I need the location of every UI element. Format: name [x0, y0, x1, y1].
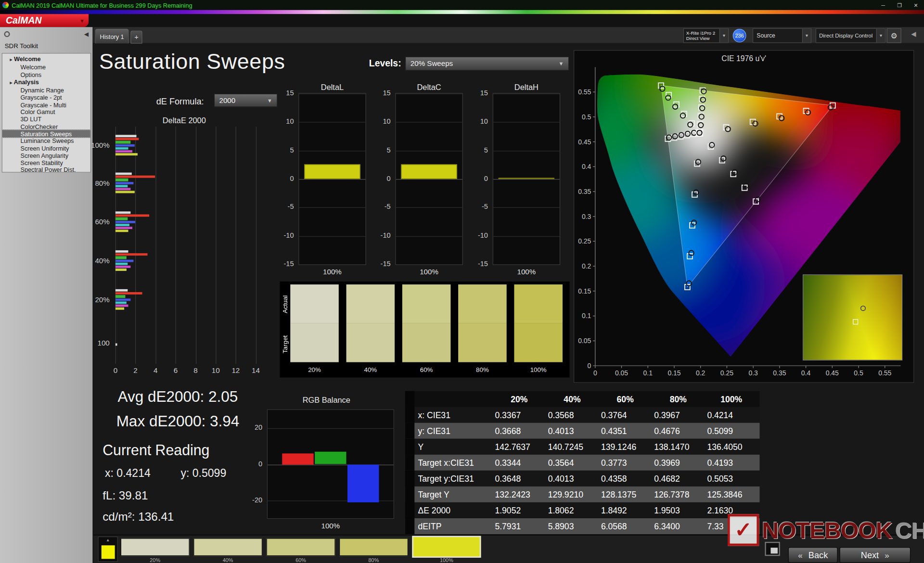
add-tab-button[interactable]: +: [130, 31, 142, 44]
minimize-button[interactable]: ─: [875, 0, 891, 10]
sidebar-section: ▸ Welcome: [2, 55, 90, 64]
sidebar-item-color-gamut[interactable]: Color Gamut: [2, 108, 90, 115]
y-tick-label: 0.2: [582, 262, 591, 270]
green-balance-bar: [315, 452, 346, 464]
y-tick-label: 0.55: [578, 88, 591, 96]
table-cell: 0.3648: [493, 471, 546, 486]
sidebar-item-colorchecker[interactable]: ColorChecker: [2, 123, 90, 130]
gridline: [299, 207, 365, 208]
sidebar-item-luminance-sweeps[interactable]: Luminance Sweeps: [2, 137, 90, 144]
axis-tick-label: 12: [231, 366, 241, 374]
saturation-swatch-buttons: 20%40%60%80%100%: [121, 535, 485, 563]
strip-swatch-40pct[interactable]: 40%: [193, 535, 262, 563]
display-control-dropdown[interactable]: Direct Display Control ▼: [816, 28, 886, 43]
x-tick-label: 0: [593, 369, 597, 377]
sidebar-item-spectral-power-dist[interactable]: Spectral Power Dist.: [2, 166, 90, 173]
de-formula-dropdown[interactable]: 2000 ▼: [214, 94, 278, 107]
axis-tick-label: 60%: [95, 218, 109, 226]
gridline: [176, 127, 176, 364]
gridline: [116, 127, 116, 364]
axis-tick-label: 2: [130, 366, 141, 374]
back-button[interactable]: « Back: [788, 547, 838, 563]
swatch-color: [267, 538, 335, 556]
maximize-button[interactable]: ❐: [891, 0, 908, 10]
patch-columns: 20%40%60%80%100%: [290, 284, 563, 373]
sidebar-item-options[interactable]: Options: [2, 71, 90, 78]
window-title: CalMAN 2019 CalMAN Ultimate for Business…: [12, 1, 192, 9]
calman-logo-menu[interactable]: CalMAN ▾: [0, 14, 89, 27]
collapse-sidebar-icon[interactable]: ◀: [84, 31, 89, 37]
source-dropdown[interactable]: Source ▼: [753, 28, 811, 43]
sidebar-item-welcome[interactable]: Welcome: [2, 64, 90, 71]
record-icon[interactable]: [4, 31, 10, 37]
strip-swatch-80pct[interactable]: 80%: [339, 535, 408, 563]
y-tick-label: 0.3: [582, 213, 591, 220]
expand-icon[interactable]: ▸: [10, 57, 13, 63]
axis-tick-label: 20: [255, 423, 262, 432]
table-cell: 0.4358: [599, 471, 652, 486]
sidebar-item-screen-stability[interactable]: Screen Stability: [2, 159, 90, 166]
table-cell: 140.7245: [546, 439, 599, 455]
table-cell: 0.4214: [705, 407, 758, 423]
table-cell: 136.4050: [705, 439, 758, 455]
notebookcheck-watermark: ✓ NOTEBOOK CHECK: [728, 511, 924, 549]
table-cell: 0.3969: [652, 455, 705, 471]
sidebar-item-3d-lut[interactable]: 3D LUT: [2, 115, 90, 123]
table-cell: 126.7378: [652, 486, 705, 502]
red-balance-bar: [282, 453, 313, 464]
target-swatch: [346, 323, 395, 362]
close-button[interactable]: ✕: [908, 0, 924, 10]
sidebar-item-dynamic-range[interactable]: Dynamic Range: [2, 87, 90, 94]
gridline: [493, 151, 560, 151]
deltaH-bar: [499, 178, 554, 179]
bar-red: [116, 215, 150, 217]
current-fl-value: fL: 39.81: [103, 489, 148, 502]
table-row: dEITP5.79315.89036.05686.34007.33: [405, 518, 760, 534]
axis-tick-label: 100%: [91, 141, 110, 150]
axis-tick-label: 20%: [95, 295, 109, 304]
x-tick-label: 0.1: [643, 369, 653, 377]
sidebar-item-saturation-sweeps[interactable]: Saturation Sweeps: [2, 130, 90, 137]
table-cell: 1.9503: [652, 502, 705, 518]
settings-button[interactable]: ⚙: [886, 28, 901, 43]
gridline: [493, 207, 560, 208]
sidebar-item-grayscale-2pt[interactable]: Grayscale - 2pt: [2, 94, 90, 101]
column-header: 80%: [652, 391, 705, 407]
meter-dropdown[interactable]: X-Rite i1Pro 2 Direct View ▼: [683, 28, 729, 43]
expand-icon[interactable]: ▸: [10, 80, 13, 85]
strip-swatch-60pct[interactable]: 60%: [267, 535, 335, 563]
avg-de2000-reading: Avg dE2000: 2.05: [96, 387, 259, 406]
strip-swatch-20pct[interactable]: 20%: [121, 535, 190, 563]
table-cell: 0.3773: [599, 455, 652, 471]
x-tick-label: 0.4: [801, 369, 811, 377]
axis-tick-label: -10: [478, 231, 488, 240]
collapse-right-panel-icon[interactable]: ◀: [911, 30, 916, 38]
current-x-value: x: 0.4214: [105, 467, 151, 480]
current-patch-preview[interactable]: ▲: [98, 537, 118, 562]
gridline: [493, 122, 560, 123]
bar-yellow: [116, 269, 127, 271]
column-header: 60%: [599, 391, 652, 407]
meter-line1: X-Rite i1Pro 2: [686, 30, 715, 36]
strip-swatch-100pct[interactable]: 100%: [412, 535, 481, 563]
table-cell: 138.1470: [652, 439, 705, 455]
sidebar-item-screen-uniformity[interactable]: Screen Uniformity: [2, 145, 90, 152]
bar-magenta: [116, 266, 130, 268]
tab-history-1[interactable]: History 1: [95, 29, 128, 44]
swatch-color: [412, 536, 481, 558]
bar-blue: [116, 144, 135, 146]
bar-red: [116, 253, 148, 256]
levels-dropdown[interactable]: 20% Sweeps ▼: [405, 56, 569, 70]
expand-up-icon[interactable]: ▲: [99, 537, 117, 542]
gridline: [136, 127, 136, 364]
deltaC-bar: [401, 164, 457, 179]
sidebar-item-screen-angularity[interactable]: Screen Angularity: [2, 152, 90, 159]
gridline: [396, 151, 462, 151]
patch-count-badge[interactable]: 236: [733, 29, 746, 42]
x-tick-label: 0.15: [667, 369, 680, 377]
sidebar-section: ▸ Analysis: [2, 78, 90, 87]
deltae-chart: [116, 127, 266, 364]
bar-cyan: [116, 185, 128, 187]
sidebar-item-grayscale-multi[interactable]: Grayscale - Multi: [2, 101, 90, 108]
next-button[interactable]: Next »: [839, 547, 911, 563]
